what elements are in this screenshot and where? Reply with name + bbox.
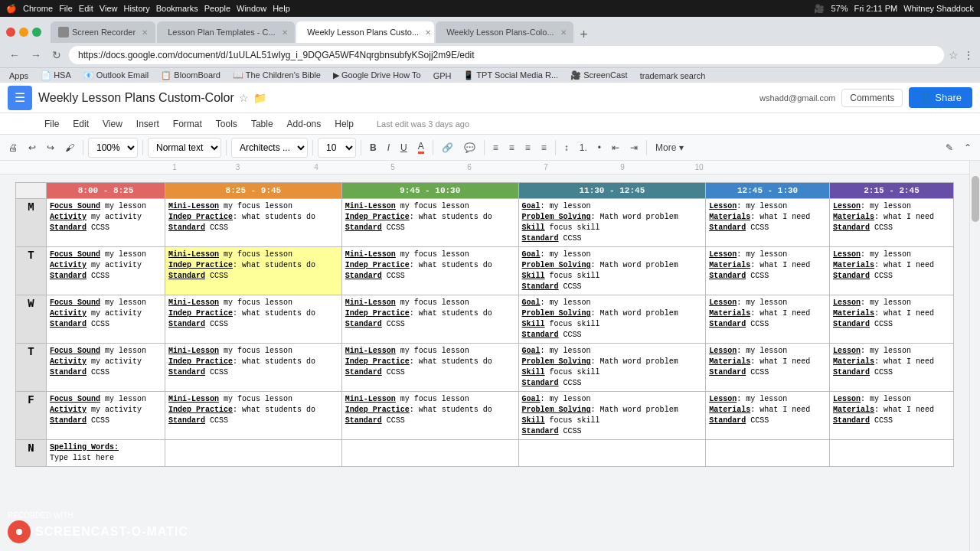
comments-button[interactable]: Comments (841, 89, 903, 107)
print-button[interactable]: 🖨 (5, 140, 21, 155)
file-menu[interactable]: File (59, 4, 73, 13)
bookmark-gph[interactable]: GPH (430, 70, 455, 81)
align-justify-button[interactable]: ≡ (537, 140, 550, 155)
cell-m-col2[interactable]: Mini-Lesson my focus lesson Indep Practi… (165, 199, 342, 247)
edit-menu[interactable]: Edit (79, 4, 93, 13)
cell-th-col6[interactable]: Lesson: my lesson Materials: what I need… (830, 344, 954, 392)
cell-n-col5[interactable] (706, 440, 830, 467)
bookmark-apps[interactable]: Apps (6, 70, 31, 81)
tab-close-lesson-templates[interactable]: ✕ (282, 28, 288, 37)
cell-f-col2[interactable]: Mini-Lesson my focus lesson Indep Practi… (165, 392, 342, 440)
underline-button[interactable]: U (397, 140, 411, 155)
cell-th-col5[interactable]: Lesson: my lesson Materials: what I need… (706, 344, 830, 392)
gdocs-tools-menu[interactable]: Tools (210, 116, 243, 132)
cell-w-col6[interactable]: Lesson: my lesson Materials: what I need… (830, 295, 954, 344)
align-center-button[interactable]: ≡ (505, 140, 518, 155)
bold-button[interactable]: B (366, 140, 381, 155)
numbered-list-button[interactable]: 1. (576, 140, 591, 155)
bookmark-bloomboard[interactable]: 📋 BloomBoard (158, 70, 224, 81)
cell-f-col6[interactable]: Lesson: my lesson Materials: what I need… (830, 392, 954, 440)
bookmark-tpt-social[interactable]: 📱 TPT Social Media R... (460, 70, 561, 81)
gdocs-file-menu[interactable]: File (38, 116, 65, 132)
view-menu[interactable]: View (100, 4, 118, 13)
cell-n-col3[interactable] (341, 440, 518, 467)
chrome-menu[interactable]: Chrome (23, 4, 53, 13)
tab-weekly-lesson-custom[interactable]: Weekly Lesson Plans Custo... ✕ (296, 21, 434, 43)
new-tab-button[interactable]: + (575, 27, 593, 43)
cell-f-col1[interactable]: Focus Sound my lesson Activity my activi… (47, 392, 165, 440)
increase-indent-button[interactable]: ⇥ (626, 140, 642, 155)
cell-n-col1[interactable]: Spelling Words: Type list here (47, 440, 165, 467)
cell-w-col1[interactable]: Focus Sound my lesson Activity my activi… (47, 295, 165, 344)
align-right-button[interactable]: ≡ (521, 140, 534, 155)
cell-n-col6[interactable] (830, 440, 954, 467)
bookmark-trademark[interactable]: trademark search (637, 70, 709, 81)
cell-w-col4[interactable]: Goal: my lesson Problem Solving: Math wo… (518, 295, 706, 344)
gdocs-view-menu[interactable]: View (96, 116, 129, 132)
bookmark-outlook[interactable]: 📧 Outlook Email (80, 70, 152, 81)
share-button[interactable]: 👤 Share (909, 87, 972, 108)
gdocs-folder-icon[interactable]: 📁 (253, 92, 266, 104)
cell-t-col3[interactable]: Mini-Lesson my focus lesson Indep Practi… (341, 247, 518, 295)
tab-screen-recorder[interactable]: Screen Recorder ✕ (51, 21, 155, 43)
gdocs-addons-menu[interactable]: Add-ons (281, 116, 328, 132)
gdocs-star-icon[interactable]: ☆ (239, 92, 249, 104)
bookmark-hsa[interactable]: 📄 HSA (38, 70, 74, 81)
minimize-window-btn[interactable] (19, 28, 28, 37)
bookmark-screencast[interactable]: 🎥 ScreenCast (567, 70, 631, 81)
tab-close-weekly-lesson-color[interactable]: ✕ (560, 28, 567, 37)
cell-t-col2[interactable]: Mini-Lesson my focus lesson Indep Practi… (165, 247, 342, 295)
align-left-button[interactable]: ≡ (489, 140, 502, 155)
decrease-indent-button[interactable]: ⇤ (608, 140, 623, 155)
help-menu[interactable]: Help (273, 4, 290, 13)
cell-f-col5[interactable]: Lesson: my lesson Materials: what I need… (706, 392, 830, 440)
tab-close-weekly-lesson-custom[interactable]: ✕ (425, 28, 431, 37)
address-input[interactable] (69, 46, 944, 64)
cell-f-col4[interactable]: Goal: my lesson Problem Solving: Math wo… (518, 392, 706, 440)
font-size-select[interactable]: 10 (318, 138, 356, 158)
bookmark-childrens-bible[interactable]: 📖 The Children's Bible (230, 70, 324, 81)
cell-th-col4[interactable]: Goal: my lesson Problem Solving: Math wo… (518, 344, 706, 392)
gdocs-format-menu[interactable]: Format (167, 116, 208, 132)
cell-m-col5[interactable]: Lesson: my lesson Materials: what I need… (706, 199, 830, 247)
cell-th-col1[interactable]: Focus Sound my lesson Activity my activi… (47, 344, 165, 392)
close-window-btn[interactable] (6, 28, 15, 37)
cell-f-col3[interactable]: Mini-Lesson my focus lesson Indep Practi… (341, 392, 518, 440)
cell-m-col6[interactable]: Lesson: my lesson Materials: what I need… (830, 199, 954, 247)
window-menu[interactable]: Window (237, 4, 266, 13)
forward-button[interactable]: → (28, 47, 44, 63)
cell-w-col2[interactable]: Mini-Lesson my focus lesson Indep Practi… (165, 295, 342, 344)
cell-w-col5[interactable]: Lesson: my lesson Materials: what I need… (706, 295, 830, 344)
bookmark-google-drive-how-to[interactable]: ▶ Google Drive How To (330, 70, 424, 81)
tab-close-screen-recorder[interactable]: ✕ (142, 28, 148, 37)
cell-m-col3[interactable]: Mini-Lesson my focus lesson Indep Practi… (341, 199, 518, 247)
scrollbar[interactable] (969, 161, 980, 551)
comment-button[interactable]: 💬 (460, 140, 479, 155)
font-select[interactable]: Architects ... (231, 138, 308, 158)
refresh-button[interactable]: ↻ (49, 47, 64, 63)
back-button[interactable]: ← (6, 47, 23, 63)
apple-icon[interactable]: 🍎 (6, 4, 17, 14)
gdocs-table-menu[interactable]: Table (245, 116, 279, 132)
hide-controls-button[interactable]: ⌃ (960, 140, 975, 155)
link-button[interactable]: 🔗 (438, 140, 457, 155)
cell-t-col6[interactable]: Lesson: my lesson Materials: what I need… (830, 247, 954, 295)
extensions-icon[interactable]: ⋮ (963, 49, 974, 61)
cell-th-col3[interactable]: Mini-Lesson my focus lesson Indep Practi… (341, 344, 518, 392)
redo-button[interactable]: ↪ (43, 140, 58, 155)
paint-format-button[interactable]: 🖌 (61, 140, 78, 155)
style-select[interactable]: Normal text (148, 138, 221, 158)
bulleted-list-button[interactable]: • (594, 140, 605, 155)
tab-lesson-templates[interactable]: Lesson Plan Templates - C... ✕ (157, 21, 295, 43)
cell-t-col5[interactable]: Lesson: my lesson Materials: what I need… (706, 247, 830, 295)
undo-button[interactable]: ↩ (24, 140, 40, 155)
gdocs-menu-icon[interactable]: ☰ (8, 86, 32, 110)
line-spacing-button[interactable]: ↕ (560, 140, 573, 155)
gdocs-insert-menu[interactable]: Insert (130, 116, 165, 132)
cell-t-col4[interactable]: Goal: my lesson Problem Solving: Math wo… (518, 247, 706, 295)
more-button[interactable]: More ▾ (652, 140, 688, 155)
zoom-select[interactable]: 100% (88, 138, 138, 158)
bookmark-star-icon[interactable]: ☆ (949, 49, 959, 61)
tab-weekly-lesson-color[interactable]: Weekly Lesson Plans-Colo... ✕ (436, 21, 573, 43)
text-color-button[interactable]: A (414, 139, 428, 156)
